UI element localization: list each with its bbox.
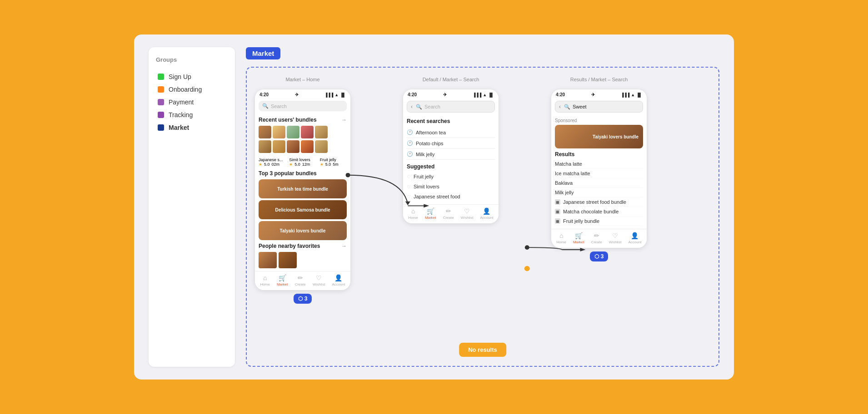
screen2-back-btn[interactable]: ‹ [411, 104, 413, 110]
result-item-2[interactable]: Ice matcha latte [555, 169, 643, 178]
sidebar-label-signup: Sign Up [169, 73, 191, 80]
screen2-nav-home[interactable]: ⌂ Home [409, 207, 418, 220]
screen2-home-icon: ⌂ [411, 207, 415, 215]
screen3-nav-wishlist[interactable]: ♡ Wishlist [609, 232, 622, 244]
screen3-wishlist-icon: ♡ [612, 232, 618, 239]
suggested-item-3[interactable]: ♡ Japanese street food [407, 192, 495, 202]
screen3-back-btn[interactable]: ‹ [559, 104, 561, 110]
bundle1-rating: 5.0 [264, 162, 270, 167]
screen1-nearby-header: People nearby favorites → [259, 243, 347, 249]
screen1-top3-title: Top 3 popular bundles [259, 170, 317, 177]
thumb7 [273, 140, 285, 153]
home-icon: ⌂ [263, 274, 267, 281]
screen2-nav-home-label: Home [409, 216, 418, 220]
svg-point-3 [525, 245, 529, 250]
signup-dot [158, 74, 164, 80]
bundle3-name: Fruit jelly [320, 158, 347, 162]
thumb6 [259, 140, 271, 153]
result-item-4[interactable]: Milk jelly [555, 188, 643, 197]
screen2-status-icons: ▐▐▐ ▲ ▐▌ [473, 93, 494, 97]
recent-item-3[interactable]: 🕐 Milk jelly [407, 149, 495, 160]
sidebar-item-payment[interactable]: Payment [156, 96, 228, 108]
nav-create-label: Create [295, 282, 306, 286]
screen1-top3-header: Top 3 popular bundles [259, 170, 347, 177]
screen3-search-value: Sweet [573, 104, 587, 109]
screen1-label: Market – Home [285, 77, 319, 82]
screen2-create-icon: ✏ [446, 207, 451, 215]
heart-icon-1: ♡ [407, 174, 411, 179]
screen1-search-placeholder: Search [271, 104, 287, 109]
sidebar-item-tracking[interactable]: Tracking [156, 108, 228, 121]
account-icon: 👤 [334, 274, 342, 281]
screen3-search-bar[interactable]: ‹ 🔍 Sweet [555, 101, 643, 113]
screen1-nearby-arrow[interactable]: → [341, 243, 347, 249]
sponsored-banner[interactable]: Taiyaki lovers bundle [555, 125, 643, 148]
screen3-nav-home[interactable]: ⌂ Home [557, 232, 566, 244]
bundle1-stars: ★ [259, 162, 262, 167]
screen2-nav-create-label: Create [443, 216, 454, 220]
nav-wishlist[interactable]: ♡ Wishlist [313, 274, 325, 286]
nav-create[interactable]: ✏ Create [295, 274, 306, 286]
screen3-market-icon: 🛒 [575, 232, 583, 239]
screen3-status-icons: ▐▐▐ ▲ ▐▌ [621, 93, 642, 97]
top-bundle-3[interactable]: Talyaki lovers bundle [259, 221, 347, 240]
result-item-7[interactable]: ▦ Fruit jelly bundle [555, 217, 643, 226]
suggested-item-2[interactable]: ♡ Simit lovers [407, 182, 495, 192]
screen3-nav-account[interactable]: 👤 Account [629, 232, 642, 244]
screen1-recent-arrow[interactable]: → [341, 117, 347, 123]
screen3-nav-market[interactable]: 🛒 Market [573, 232, 584, 244]
screen2-bottom-nav: ⌂ Home 🛒 Market ✏ Create ♡ [403, 204, 499, 223]
sidebar-item-onboarding[interactable]: Onboarding [156, 83, 228, 96]
screen2-search-icon: 🔍 [416, 104, 422, 110]
screen3-nav-create[interactable]: ✏ Create [591, 232, 602, 244]
screen2-nav-market[interactable]: 🛒 Market [425, 207, 436, 220]
result-item-6[interactable]: ▦ Matcha chocolate bundle [555, 207, 643, 217]
nav-market[interactable]: 🛒 Market [277, 274, 288, 286]
layer-icon: ⬡ [298, 296, 303, 302]
suggested-item-2-label: Simit lovers [414, 184, 439, 189]
screen3-account-icon: 👤 [631, 232, 639, 239]
recent-item-2[interactable]: 🕐 Potato chips [407, 138, 495, 149]
screen2-nav-create[interactable]: ✏ Create [443, 207, 454, 220]
sidebar-item-market[interactable]: Market [156, 121, 228, 134]
sidebar-item-signup[interactable]: Sign Up [156, 70, 228, 83]
sidebar: Groups Sign Up Onboarding Payment Tracki… [149, 47, 235, 367]
bundle1-time: 02m [272, 162, 280, 167]
screen2-nav-wishlist[interactable]: ♡ Wishlist [461, 207, 474, 220]
screen1-recent-header: Recent users' bundles → [259, 117, 347, 123]
screen2-nav-account[interactable]: 👤 Account [480, 207, 494, 220]
market-icon: 🛒 [279, 274, 286, 281]
suggested-item-1[interactable]: ♡ Fruit jelly [407, 172, 495, 182]
top-bundle-2[interactable]: Delicious Samosa bundle [259, 200, 347, 219]
result-6-label: Matcha chocolate bundle [563, 209, 619, 214]
bundle-icon-6: ▦ [555, 209, 560, 214]
screen1-bundle-grid [259, 126, 347, 153]
screen1-search-bar[interactable]: 🔍 Search [259, 101, 347, 111]
result-2-label: Ice matcha latte [555, 171, 590, 176]
screen2-search-bar[interactable]: ‹ 🔍 Search [407, 101, 495, 113]
screen2-nav-wishlist-label: Wishlist [461, 216, 474, 220]
bundle1-name: Japanese s... [259, 158, 285, 162]
recent-item-1[interactable]: 🕐 Afternoon tea [407, 127, 495, 138]
result-item-3[interactable]: Baklava [555, 178, 643, 188]
sponsored-item-label: Taiyaki lovers bundle [593, 134, 639, 139]
nav-account[interactable]: 👤 Account [332, 274, 345, 286]
screen2-location-icon: ✈ [443, 92, 447, 97]
screen2-time: 4:20 [408, 92, 417, 97]
clock-icon-2: 🕐 [407, 140, 413, 146]
screen3-status-bar: 4:20 ✈ ▐▐▐ ▲ ▐▌ [551, 89, 647, 99]
top-bundle-2-label: Delicious Samosa bundle [275, 207, 330, 212]
thumb2 [273, 126, 285, 138]
suggested-item-1-label: Fruit jelly [414, 174, 434, 179]
screen2-search-placeholder: Search [424, 104, 440, 109]
screen3-create-icon: ✏ [594, 232, 599, 239]
top-bundle-1[interactable]: Turkish tea time bundle [259, 179, 347, 198]
result-item-1[interactable]: Matcha latte [555, 159, 643, 169]
nav-home[interactable]: ⌂ Home [260, 274, 270, 286]
result-item-5[interactable]: ▦ Japanese street food bundle [555, 197, 643, 207]
payment-dot [158, 99, 164, 105]
screen3-nav-market-label: Market [573, 240, 584, 244]
top-bundle-1-label: Turkish tea time bundle [277, 187, 328, 192]
battery-icon: ▐▌ [340, 93, 346, 97]
screen3-label: Results / Market – Search [570, 77, 628, 82]
